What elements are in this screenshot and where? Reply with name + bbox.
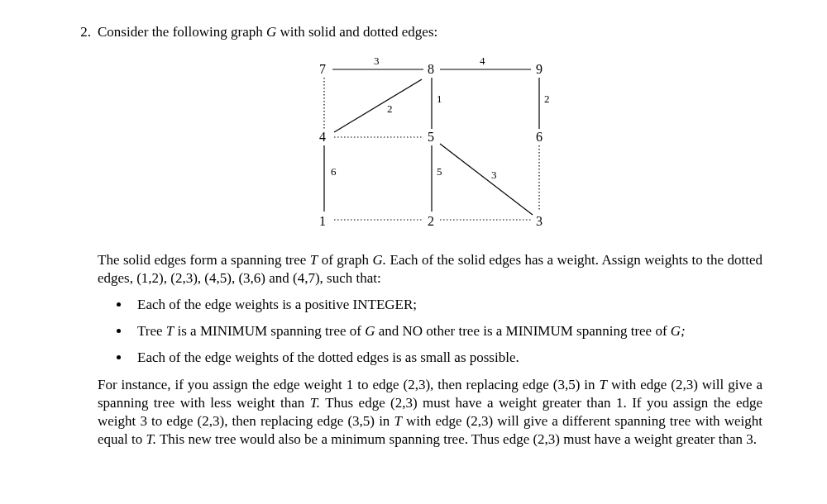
node-1: 1 xyxy=(319,213,326,231)
weight-5-8-diag: 2 xyxy=(387,102,393,116)
bullet-list: Each of the edge weights is a positive I… xyxy=(116,296,762,367)
p2-T2: T. xyxy=(310,395,320,411)
problem-heading: 2. Consider the following graph G with s… xyxy=(73,23,762,41)
weight-8-5: 1 xyxy=(437,93,442,107)
node-5: 5 xyxy=(428,129,434,146)
p2-a: For instance, if you assign the edge wei… xyxy=(98,377,595,392)
b2-T: T xyxy=(166,323,174,339)
intro-text: Consider the following graph xyxy=(98,24,263,40)
p1-T: T xyxy=(310,252,318,268)
node-4: 4 xyxy=(319,129,326,146)
svg-line-3 xyxy=(334,79,422,132)
node-8: 8 xyxy=(428,61,434,78)
weight-9-6: 2 xyxy=(544,93,550,107)
b2-c: and NO other tree is a MINIMUM spanning … xyxy=(379,323,667,339)
node-2: 2 xyxy=(428,213,434,231)
problem-intro: Consider the following graph G with soli… xyxy=(98,23,437,41)
graph-figure: 7 8 9 4 5 6 1 2 3 3 4 1 2 2 6 5 3 xyxy=(306,55,554,236)
b2-a: Tree xyxy=(137,323,163,339)
node-9: 9 xyxy=(536,61,543,78)
p2-e: This new tree would also be a minimum sp… xyxy=(160,431,757,447)
node-3: 3 xyxy=(536,213,543,231)
p1-b: of graph xyxy=(322,252,369,268)
b2-G: G xyxy=(365,323,375,339)
p2-T: T xyxy=(600,377,607,392)
b2-b: is a MINIMUM spanning tree of xyxy=(178,323,361,339)
node-6: 6 xyxy=(536,129,543,146)
node-7: 7 xyxy=(319,61,326,78)
b2-G2: G; xyxy=(671,323,686,339)
document-page: 2. Consider the following graph G with s… xyxy=(58,12,777,492)
intro-text-suffix: with solid and dotted edges: xyxy=(280,24,438,40)
p2-T4: T. xyxy=(146,431,156,447)
p2-T3: T xyxy=(394,413,402,429)
weight-5-3: 3 xyxy=(491,169,497,183)
graph-variable: G xyxy=(266,24,276,40)
problem-number: 2. xyxy=(73,23,91,41)
bullet-2: Tree T is a MINIMUM spanning tree of G a… xyxy=(131,322,762,340)
weight-5-2: 5 xyxy=(437,165,442,179)
weight-8-9: 4 xyxy=(480,55,485,69)
bullet-1: Each of the edge weights is a positive I… xyxy=(131,296,762,314)
p1-G: G. xyxy=(373,252,387,268)
weight-7-8: 3 xyxy=(374,55,380,69)
paragraph-2: For instance, if you assign the edge wei… xyxy=(98,376,762,449)
p1-a: The solid edges form a spanning tree xyxy=(98,252,306,268)
problem-content: 7 8 9 4 5 6 1 2 3 3 4 1 2 2 6 5 3 The so… xyxy=(73,55,762,449)
bullet-3: Each of the edge weights of the dotted e… xyxy=(131,349,762,367)
weight-4-1: 6 xyxy=(331,165,337,179)
svg-line-7 xyxy=(440,144,533,215)
paragraph-1: The solid edges form a spanning tree T o… xyxy=(98,251,762,288)
